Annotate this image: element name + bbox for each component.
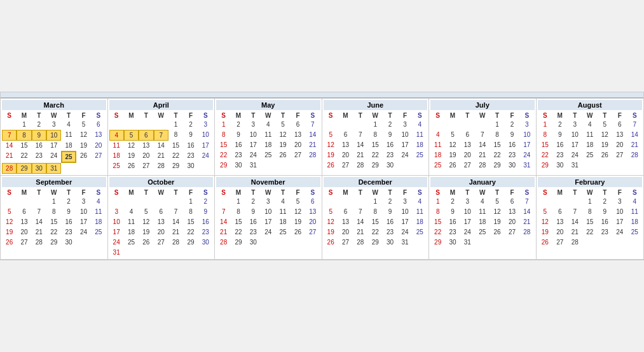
day-cell[interactable]: 3 [198, 120, 213, 130]
day-cell[interactable]: 25 [413, 150, 427, 160]
day-cell[interactable]: 19 [324, 227, 338, 237]
day-cell[interactable]: 7 [568, 207, 583, 217]
day-cell[interactable]: 26 [124, 161, 139, 171]
day-cell[interactable]: 3 [109, 207, 124, 217]
day-cell[interactable]: 11 [430, 140, 445, 150]
day-cell[interactable]: 23 [383, 150, 397, 160]
day-cell[interactable]: 12 [445, 140, 460, 150]
day-cell[interactable]: 4 [582, 120, 598, 130]
day-cell[interactable]: 23 [183, 151, 198, 161]
day-cell[interactable]: 6 [460, 130, 475, 140]
day-cell[interactable]: 1 [168, 120, 183, 130]
day-cell[interactable]: 6 [154, 207, 168, 217]
day-cell[interactable]: 21 [32, 227, 46, 237]
day-cell[interactable]: 18 [413, 217, 427, 227]
day-cell[interactable]: 6 [338, 130, 353, 140]
day-cell[interactable]: 17 [261, 217, 275, 227]
day-cell[interactable]: 10 [568, 130, 583, 140]
day-cell[interactable]: 28 [168, 237, 183, 248]
day-cell[interactable]: 8 [490, 130, 504, 140]
day-cell[interactable]: 24 [109, 237, 124, 248]
day-cell[interactable]: 27 [505, 227, 519, 237]
day-cell[interactable]: 25 [582, 150, 598, 160]
day-cell[interactable]: 20 [612, 140, 627, 150]
day-cell[interactable]: 4 [61, 120, 76, 130]
day-cell[interactable]: 28 [154, 161, 168, 171]
day-cell[interactable]: 14 [2, 141, 17, 151]
day-cell[interactable]: 27 [154, 237, 168, 248]
day-cell[interactable]: 23 [445, 227, 460, 237]
day-cell[interactable]: 19 [139, 227, 153, 237]
day-cell[interactable]: 30 [231, 160, 245, 171]
day-cell[interactable]: 11 [475, 207, 490, 217]
day-cell[interactable]: 29 [183, 237, 198, 248]
day-cell[interactable]: 1 [17, 120, 31, 130]
day-cell[interactable]: 21 [475, 150, 490, 160]
day-cell[interactable]: 9 [552, 130, 568, 140]
day-cell[interactable]: 15 [168, 141, 183, 151]
day-cell[interactable]: 3 [261, 197, 275, 207]
day-cell[interactable]: 25 [275, 227, 290, 237]
day-cell[interactable]: 22 [368, 227, 383, 237]
day-cell[interactable]: 8 [168, 130, 183, 141]
day-cell[interactable]: 15 [17, 141, 31, 151]
day-cell[interactable]: 18 [261, 140, 275, 150]
day-cell[interactable]: 24 [76, 227, 91, 237]
day-cell[interactable]: 9 [231, 130, 245, 140]
day-cell[interactable]: 18 [275, 217, 290, 227]
day-cell[interactable]: 4 [275, 197, 290, 207]
day-cell[interactable]: 7 [32, 207, 46, 217]
day-cell[interactable]: 2 [383, 197, 397, 207]
day-cell[interactable]: 7 [2, 130, 17, 141]
day-cell[interactable]: 21 [353, 150, 367, 160]
day-cell[interactable]: 6 [552, 207, 568, 217]
day-cell[interactable]: 2 [231, 120, 245, 130]
day-cell[interactable]: 22 [216, 150, 231, 160]
day-cell[interactable]: 24 [519, 150, 534, 160]
day-cell[interactable]: 29 [368, 237, 383, 248]
day-cell[interactable]: 30 [383, 237, 397, 248]
day-cell[interactable]: 9 [32, 130, 46, 141]
day-cell[interactable]: 10 [246, 130, 261, 140]
day-cell[interactable]: 16 [32, 141, 46, 151]
day-cell[interactable]: 23 [505, 150, 519, 160]
day-cell[interactable]: 12 [124, 141, 139, 151]
day-cell[interactable]: 28 [32, 237, 46, 248]
day-cell[interactable]: 25 [61, 151, 76, 163]
day-cell[interactable]: 25 [124, 237, 139, 248]
day-cell[interactable]: 1 [490, 120, 504, 130]
day-cell[interactable]: 22 [46, 227, 61, 237]
day-cell[interactable]: 5 [445, 130, 460, 140]
day-cell[interactable]: 26 [324, 160, 338, 171]
day-cell[interactable]: 27 [17, 237, 31, 248]
day-cell[interactable]: 1 [231, 197, 245, 207]
day-cell[interactable]: 26 [538, 237, 553, 248]
day-cell[interactable]: 18 [582, 140, 598, 150]
day-cell[interactable]: 24 [46, 151, 61, 163]
day-cell[interactable]: 7 [353, 207, 367, 217]
day-cell[interactable]: 17 [46, 141, 61, 151]
day-cell[interactable]: 2 [246, 197, 261, 207]
day-cell[interactable]: 16 [246, 217, 261, 227]
day-cell[interactable]: 14 [216, 217, 231, 227]
day-cell[interactable]: 18 [627, 217, 643, 227]
day-cell[interactable]: 3 [612, 197, 627, 207]
day-cell[interactable]: 5 [2, 207, 17, 217]
day-cell[interactable]: 10 [46, 130, 61, 141]
day-cell[interactable]: 4 [627, 197, 643, 207]
day-cell[interactable]: 27 [305, 227, 320, 237]
day-cell[interactable]: 26 [490, 227, 504, 237]
day-cell[interactable]: 15 [538, 140, 553, 150]
day-cell[interactable]: 28 [519, 227, 534, 237]
day-cell[interactable]: 15 [490, 140, 504, 150]
day-cell[interactable]: 6 [505, 197, 519, 207]
day-cell[interactable]: 11 [413, 207, 427, 217]
day-cell[interactable]: 25 [430, 160, 445, 171]
day-cell[interactable]: 6 [91, 120, 106, 130]
day-cell[interactable]: 26 [291, 227, 305, 237]
day-cell[interactable]: 12 [2, 217, 17, 227]
day-cell[interactable]: 28 [305, 150, 320, 160]
day-cell[interactable]: 5 [324, 130, 338, 140]
day-cell[interactable]: 6 [291, 120, 305, 130]
day-cell[interactable]: 31 [397, 237, 412, 248]
